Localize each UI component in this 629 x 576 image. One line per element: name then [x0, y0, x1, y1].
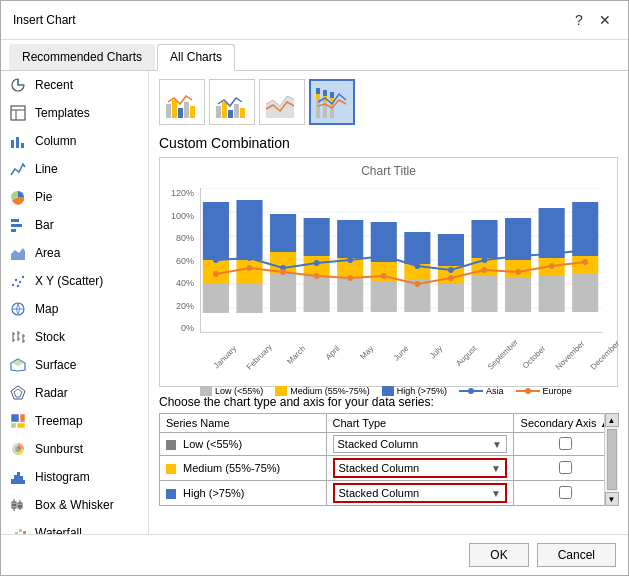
sidebar-item-sunburst[interactable]: Sunburst [1, 435, 148, 463]
sidebar-item-bar[interactable]: Bar [1, 211, 148, 239]
chart-svg [201, 188, 602, 333]
legend-europe-label: Europe [543, 386, 572, 396]
secondary-axis-high[interactable] [559, 486, 572, 499]
sidebar-item-histogram[interactable]: Histogram [1, 463, 148, 491]
chart-type-value-medium: Stacked Column [339, 462, 420, 474]
combo-type-1[interactable] [159, 79, 205, 125]
legend-high-color [382, 386, 394, 396]
svg-rect-116 [539, 208, 565, 258]
legend-low-color [200, 386, 212, 396]
legend-low-label: Low (<55%) [215, 386, 263, 396]
svg-rect-58 [172, 100, 177, 118]
sidebar-item-line[interactable]: Line [1, 155, 148, 183]
dialog-footer: OK Cancel [1, 534, 628, 575]
x-labels: January February March April May June Ju… [200, 344, 612, 353]
insert-chart-dialog: Insert Chart ? ✕ Recommended Charts All … [0, 0, 629, 576]
sidebar-label-recent: Recent [35, 78, 73, 92]
legend-high-label: High (>75%) [397, 386, 447, 396]
svg-rect-99 [371, 282, 397, 312]
secondary-axis-low[interactable] [559, 437, 572, 450]
svg-point-127 [448, 267, 454, 273]
help-button[interactable]: ? [568, 9, 590, 31]
legend-medium-color [275, 386, 287, 396]
chart-type-dropdown-low[interactable]: Stacked Column ▼ [333, 435, 507, 453]
svg-point-10 [12, 284, 14, 286]
sidebar-item-boxwhisker[interactable]: Box & Whisker [1, 491, 148, 519]
svg-point-121 [247, 255, 253, 261]
sidebar-item-radar[interactable]: Radar [1, 379, 148, 407]
chart-type-cell-low: Stacked Column ▼ [326, 433, 513, 456]
svg-rect-32 [11, 423, 16, 428]
series-color-medium [166, 464, 176, 474]
sidebar-label-sunburst: Sunburst [35, 442, 83, 456]
chart-title: Chart Title [160, 158, 617, 178]
svg-point-123 [314, 260, 320, 266]
sidebar-item-templates[interactable]: Templates [1, 99, 148, 127]
svg-rect-87 [236, 284, 262, 313]
tab-recommended[interactable]: Recommended Charts [9, 44, 155, 70]
sidebar-item-waterfall[interactable]: Waterfall [1, 519, 148, 534]
svg-point-145 [468, 388, 474, 394]
svg-point-141 [515, 269, 521, 275]
sidebar-item-stock[interactable]: Stock [1, 323, 148, 351]
sidebar-item-area[interactable]: Area [1, 239, 148, 267]
combo-type-2[interactable] [209, 79, 255, 125]
chart-preview: Chart Title 120% 100% 80% 60% 40% 20% 0% [159, 157, 618, 387]
secondary-axis-medium[interactable] [559, 461, 572, 474]
content-area: Recent Templates Column Li [1, 71, 628, 534]
sidebar-item-pie[interactable]: Pie [1, 183, 148, 211]
col-secondary-axis: Secondary Axis ▲ [513, 414, 617, 433]
cancel-button[interactable]: Cancel [537, 543, 616, 567]
sidebar-label-pie: Pie [35, 190, 52, 204]
svg-point-128 [482, 257, 488, 263]
sidebar-item-surface[interactable]: Surface [1, 351, 148, 379]
close-button[interactable]: ✕ [594, 9, 616, 31]
svg-point-138 [415, 281, 421, 287]
svg-rect-107 [438, 234, 464, 266]
legend-high: High (>75%) [382, 386, 447, 396]
svg-rect-110 [471, 220, 497, 258]
sidebar-item-recent[interactable]: Recent [1, 71, 148, 99]
svg-rect-86 [203, 202, 229, 260]
svg-point-126 [415, 263, 421, 269]
combo-type-4[interactable] [309, 79, 355, 125]
treemap-icon [9, 412, 27, 430]
dropdown-arrow-low: ▼ [492, 439, 502, 450]
scatter-icon [9, 272, 27, 290]
sidebar-item-column[interactable]: Column [1, 127, 148, 155]
combo-type-3[interactable] [259, 79, 305, 125]
sidebar-label-surface: Surface [35, 358, 76, 372]
svg-rect-59 [178, 108, 183, 118]
svg-rect-84 [203, 284, 229, 313]
secondary-axis-cell-low [513, 433, 617, 456]
scroll-down-button[interactable]: ▼ [605, 492, 619, 506]
radar-icon [9, 384, 27, 402]
svg-point-13 [22, 276, 24, 278]
sidebar-label-stock: Stock [35, 330, 65, 344]
table-scrollbar[interactable]: ▲ ▼ [604, 413, 618, 506]
sidebar: Recent Templates Column Li [1, 71, 149, 534]
sidebar-item-xy[interactable]: X Y (Scatter) [1, 267, 148, 295]
scroll-up-button[interactable]: ▲ [605, 413, 619, 427]
chart-type-dropdown-high[interactable]: Stacked Column ▼ [333, 483, 507, 503]
svg-rect-117 [572, 274, 598, 312]
sidebar-item-map[interactable]: Map [1, 295, 148, 323]
svg-rect-3 [11, 140, 14, 148]
ok-button[interactable]: OK [469, 543, 528, 567]
tab-all-charts[interactable]: All Charts [157, 44, 235, 71]
scroll-thumb[interactable] [607, 429, 617, 490]
chart-type-dropdown-medium[interactable]: Stacked Column ▼ [333, 458, 507, 478]
svg-rect-48 [19, 529, 22, 532]
series-color-high [166, 489, 176, 499]
series-row-medium: Medium (55%-75%) Stacked Column ▼ [160, 456, 618, 481]
title-bar: Insert Chart ? ✕ [1, 1, 628, 40]
boxwhisker-icon [9, 496, 27, 514]
svg-point-12 [19, 281, 21, 283]
series-table: Series Name Chart Type Secondary Axis ▲ … [159, 413, 618, 506]
col-chart-type: Chart Type [326, 414, 513, 433]
map-icon [9, 300, 27, 318]
svg-rect-76 [330, 92, 334, 98]
sidebar-item-treemap[interactable]: Treemap [1, 407, 148, 435]
svg-point-143 [582, 259, 588, 265]
sidebar-label-treemap: Treemap [35, 414, 83, 428]
